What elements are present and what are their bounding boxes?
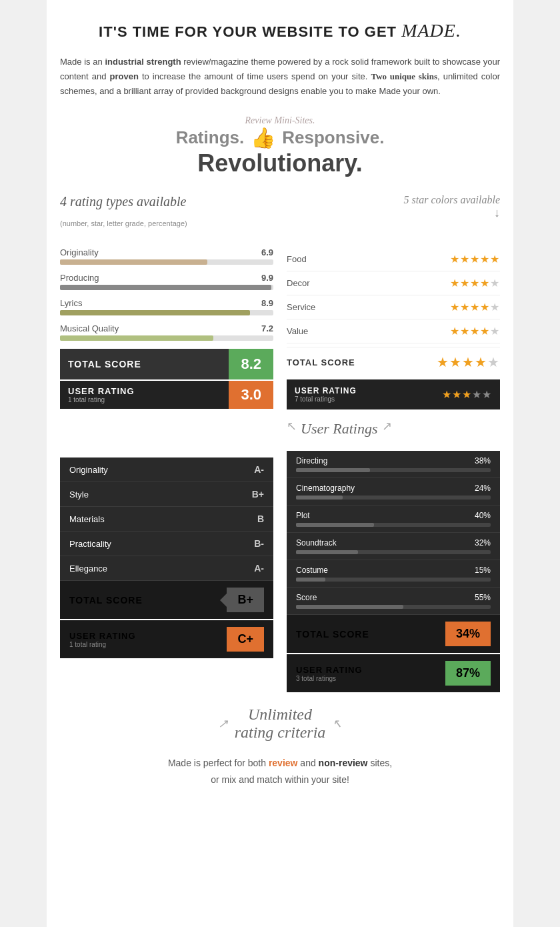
unlimited-label: ↗ Unlimited rating criteria ↖ — [60, 706, 500, 742]
user-rating-number-label: USER RATING — [68, 386, 221, 396]
title-prefix: IT'S TIME FOR YOUR WEBSITE TO GET — [99, 23, 397, 40]
user-rating-stars-box: USER RATING 7 total ratings ★★★★★ — [287, 379, 500, 409]
user-rating-stars-value: ★★★★★ — [442, 388, 492, 401]
practicality-grade: B- — [254, 538, 264, 549]
plot-pct-bar — [296, 523, 374, 527]
directing-pct-value: 38% — [475, 456, 491, 466]
costume-pct-bar — [296, 578, 325, 582]
tagline-row2: Ratings. 👍 Responsive. — [60, 126, 500, 149]
costume-pct-value: 15% — [475, 566, 491, 575]
tagline-mini: Review Mini-Sites. — [60, 115, 500, 126]
decor-label: Decor — [287, 278, 310, 288]
originality-letter-row: Originality A- — [60, 457, 273, 482]
user-rating-number-box: USER RATING 1 total rating 3.0 — [60, 381, 273, 409]
originality-score: 6.9 — [261, 247, 273, 257]
letter-user-rating-sub: 1 total rating — [69, 641, 227, 648]
page-title: IT'S TIME FOR YOUR WEBSITE TO GET Made. — [60, 20, 500, 41]
pct-user-rating-title: USER RATING — [296, 665, 445, 675]
ellegance-letter-label: Ellegance — [69, 564, 107, 574]
plot-pct-row: Plot 40% — [287, 506, 500, 533]
pct-total-score-value: 34% — [445, 622, 491, 646]
producing-label: Producing — [60, 273, 99, 283]
materials-grade: B — [257, 514, 264, 524]
user-rating-number-value: 3.0 — [229, 381, 273, 409]
soundtrack-pct-value: 32% — [475, 538, 491, 548]
ellegance-letter-row: Ellegance A- — [60, 556, 273, 581]
second-ratings-columns: Originality A- Style B+ Materials B Prac… — [60, 451, 500, 692]
cinematography-pct-label: Cinematography — [296, 484, 355, 493]
total-score-stars-value: ★★★★★ — [437, 354, 500, 370]
footer-text1: Made is perfect for both — [168, 758, 269, 768]
pct-total-score-box: TOTAL SCORE 34% — [287, 615, 500, 653]
producing-bar — [60, 285, 271, 290]
originality-label: Originality — [60, 247, 99, 257]
originality-letter-label: Originality — [69, 465, 108, 475]
ellegance-grade: A- — [254, 563, 264, 574]
decor-stars: ★★★★★ — [450, 277, 500, 289]
letter-user-rating-box: USER RATING 1 total rating C+ — [60, 620, 273, 658]
star-ratings-col: Food ★★★★★ Decor ★★★★★ Service ★★★★★ Val… — [287, 247, 500, 437]
user-rating-stars-sub: 7 total ratings — [295, 395, 442, 403]
right-section-header: 5 star colors available ↓ — [404, 194, 500, 220]
letter-user-rating-label-group: USER RATING 1 total rating — [69, 631, 227, 648]
user-ratings-section: ↖ User Ratings ↗ — [287, 415, 500, 437]
tagline-section: Review Mini-Sites. Ratings. 👍 Responsive… — [60, 115, 500, 177]
user-rating-number-sub: 1 total rating — [68, 396, 221, 403]
lyrics-row: Lyrics 8.9 — [60, 298, 273, 315]
letter-grades-col: Originality A- Style B+ Materials B Prac… — [60, 451, 273, 692]
arrow-up-right-icon: ↖ — [332, 716, 342, 731]
intro-text3: to increase the amount of time users spe… — [139, 71, 371, 81]
decor-row: Decor ★★★★★ — [287, 271, 500, 295]
directing-pct-label: Directing — [296, 456, 327, 466]
producing-row: Producing 9.9 — [60, 273, 273, 290]
score-pct-label: Score — [296, 593, 317, 602]
originality-bar — [60, 259, 207, 265]
intro-bold2: proven — [110, 71, 139, 81]
style-letter-row: Style B+ — [60, 482, 273, 507]
value-row: Value ★★★★★ — [287, 319, 500, 343]
ratings-columns: Originality 6.9 Producing 9.9 Lyrics 8.9 — [60, 247, 500, 437]
costume-pct-label: Costume — [296, 566, 328, 575]
plot-pct-value: 40% — [475, 511, 491, 520]
letter-total-score-box: TOTAL SCORE B+ — [60, 581, 273, 619]
plot-pct-label: Plot — [296, 511, 310, 520]
cinematography-pct-bar — [296, 496, 343, 500]
costume-pct-row: Costume 15% — [287, 560, 500, 588]
intro-paragraph: Made is an industrial strength review/ma… — [60, 55, 500, 99]
materials-letter-row: Materials B — [60, 507, 273, 532]
total-score-stars-label: TOTAL SCORE — [287, 357, 437, 367]
originality-grade: A- — [254, 464, 264, 475]
score-pct-value: 55% — [475, 593, 491, 602]
unlimited-label-text: Unlimited — [248, 706, 312, 723]
section-header: 4 rating types available (number, star, … — [60, 194, 500, 237]
arrow-right-icon: ↗ — [382, 419, 392, 433]
value-stars: ★★★★★ — [450, 325, 500, 337]
musical-quality-bar — [60, 335, 213, 341]
food-stars: ★★★★★ — [450, 253, 500, 265]
score-pct-bar — [296, 605, 403, 609]
tagline-responsive: Responsive. — [282, 127, 384, 148]
footer-text2: and — [297, 758, 318, 768]
arrow-down-icon: ↓ — [404, 206, 500, 220]
number-ratings-col: Originality 6.9 Producing 9.9 Lyrics 8.9 — [60, 247, 273, 437]
left-section-sub: (number, star, letter grade, percentage) — [60, 219, 187, 227]
right-section-label: 5 star colors available — [404, 194, 500, 206]
footer-text3: sites, — [368, 758, 393, 768]
left-section-header: 4 rating types available (number, star, … — [60, 194, 187, 237]
left-section-label: 4 rating types available — [60, 194, 187, 209]
tagline-revolutionary: Revolutionary. — [60, 149, 500, 177]
user-rating-stars-title: USER RATING — [295, 386, 442, 395]
musical-quality-score: 7.2 — [261, 323, 273, 333]
materials-letter-label: Materials — [69, 514, 105, 524]
footer-highlight2: non-review — [319, 758, 368, 768]
letter-total-score-value: B+ — [227, 588, 264, 612]
food-label: Food — [287, 254, 307, 264]
user-rating-stars-label-group: USER RATING 7 total ratings — [295, 386, 442, 403]
practicality-letter-row: Practicality B- — [60, 532, 273, 556]
pct-user-rating-box: USER RATING 3 total ratings 87% — [287, 654, 500, 692]
arrow-up-left-icon: ↗ — [218, 716, 228, 731]
pct-card: Directing 38% Cinematography 24% Plot — [287, 451, 500, 615]
user-ratings-label: User Ratings — [301, 420, 378, 437]
producing-score: 9.9 — [261, 273, 273, 283]
intro-bold3: Two unique skins — [371, 71, 437, 81]
